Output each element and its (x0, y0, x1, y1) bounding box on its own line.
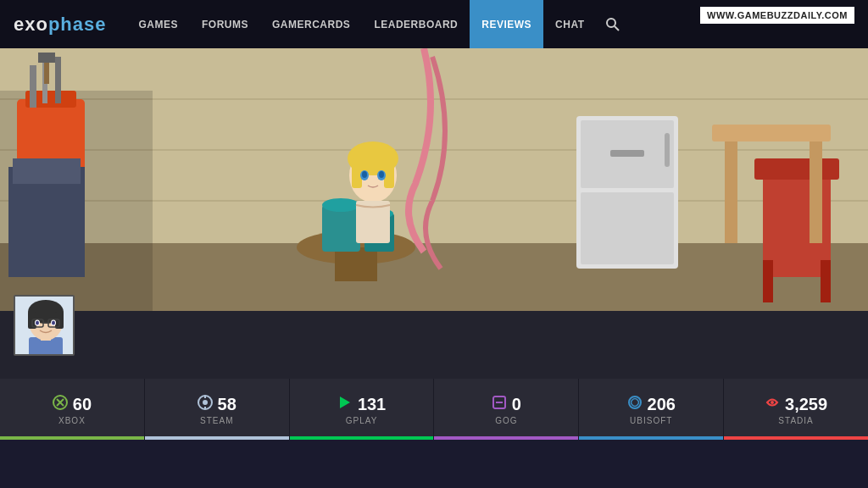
svg-marker-70 (340, 396, 350, 408)
gplay-count: 131 (358, 395, 386, 414)
svg-rect-48 (725, 141, 737, 243)
nav-games[interactable]: GAMES (127, 0, 191, 48)
gplay-icon (337, 395, 353, 414)
platform-stadia[interactable]: 3,259 STADIA (724, 379, 868, 440)
svg-point-0 (607, 19, 615, 27)
gog-label: GOG (495, 416, 517, 425)
svg-rect-45 (763, 260, 773, 302)
svg-point-19 (322, 198, 359, 212)
gog-color-bar (434, 436, 578, 440)
hero-art (0, 48, 868, 311)
platforms-bar: 60 XBOX 58 STEAM 131 GPLAY (0, 379, 868, 440)
xbox-count: 60 (73, 395, 92, 414)
logo[interactable]: exophase (14, 14, 107, 36)
svg-rect-37 (38, 53, 55, 63)
xbox-icon (53, 395, 68, 414)
avatar-container (14, 295, 75, 356)
svg-rect-13 (610, 150, 644, 157)
platform-gog[interactable]: 0 GOG (434, 379, 579, 440)
steam-count: 58 (218, 395, 236, 414)
platform-ubisoft[interactable]: 206 UBISOFT (579, 379, 724, 440)
svg-rect-34 (30, 65, 36, 108)
steam-color-bar (145, 436, 289, 440)
logo-exo: exo (14, 14, 48, 35)
xbox-color-bar (0, 436, 144, 440)
svg-rect-38 (44, 63, 49, 84)
svg-point-63 (36, 321, 39, 325)
ubisoft-label: UBISOFT (630, 416, 672, 425)
nav-chat[interactable]: CHAT (543, 0, 596, 48)
svg-rect-44 (754, 158, 839, 180)
ubisoft-color-bar (579, 436, 723, 440)
svg-point-67 (203, 400, 208, 405)
watermark: WWW.GAMEBUZZDAILY.COM (700, 7, 854, 24)
svg-line-1 (615, 26, 619, 30)
nav-forums[interactable]: FORUMS (190, 0, 260, 48)
svg-rect-17 (322, 205, 360, 252)
ubisoft-icon (627, 395, 643, 414)
svg-rect-49 (810, 141, 822, 243)
svg-point-29 (379, 171, 384, 178)
svg-rect-16 (335, 247, 377, 281)
avatar[interactable] (14, 295, 75, 356)
search-icon (605, 17, 620, 32)
steam-label: STEAM (200, 416, 233, 425)
svg-rect-24 (352, 158, 362, 188)
hero-banner (0, 48, 868, 311)
svg-rect-36 (55, 57, 61, 103)
ubisoft-count: 206 (648, 395, 676, 414)
nav-gamercards[interactable]: GAMERCARDS (260, 0, 362, 48)
stadia-count: 3,259 (785, 395, 827, 414)
stadia-icon (765, 395, 780, 414)
svg-point-28 (362, 171, 367, 178)
steam-icon (198, 395, 213, 414)
svg-rect-25 (384, 158, 394, 188)
svg-rect-14 (665, 133, 670, 167)
nav-leaderboard[interactable]: LEADERBOARD (362, 0, 470, 48)
logo-phase: phase (48, 14, 107, 35)
svg-rect-47 (712, 125, 831, 141)
platform-gplay[interactable]: 131 GPLAY (290, 379, 435, 440)
profile-background (0, 311, 868, 379)
svg-rect-12 (581, 192, 674, 264)
nav-search-button[interactable] (600, 12, 626, 37)
gplay-label: GPLAY (346, 416, 378, 425)
gog-count: 0 (512, 395, 521, 414)
svg-rect-46 (821, 260, 831, 302)
xbox-label: XBOX (58, 416, 86, 425)
platform-xbox[interactable]: 60 XBOX (0, 379, 145, 440)
stadia-label: STADIA (778, 416, 813, 425)
svg-point-64 (52, 321, 55, 325)
svg-rect-42 (13, 158, 81, 184)
svg-point-74 (771, 401, 774, 404)
gplay-color-bar (290, 436, 434, 440)
platform-steam[interactable]: 58 STEAM (145, 379, 290, 440)
nav-reviews[interactable]: REVIEWS (470, 0, 543, 48)
gog-icon (492, 395, 507, 414)
stadia-color-bar (724, 436, 868, 440)
